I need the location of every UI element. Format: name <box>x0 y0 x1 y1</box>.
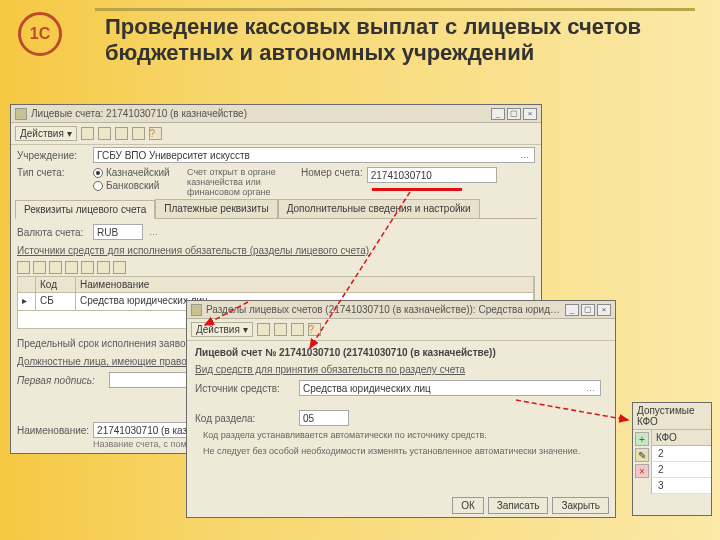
toolbar: Действия ▾ ? <box>187 319 615 341</box>
code-input[interactable]: 05 <box>299 410 349 426</box>
highlight-underline <box>372 188 462 191</box>
tab-payment[interactable]: Платежные реквизиты <box>155 199 277 218</box>
help-icon[interactable]: ? <box>308 323 321 336</box>
kfo-row[interactable]: 3 <box>652 478 711 494</box>
section-sources: Источники средств для исполнения обязате… <box>17 245 535 256</box>
toolbar-icon-2[interactable] <box>274 323 287 336</box>
window-sections: Разделы лицевых счетов (21741030710 (в к… <box>186 300 616 518</box>
window-kfo: Допустимые КФО + ✎ × КФО 2 2 3 <box>632 402 712 516</box>
currency-picker[interactable]: … <box>147 227 160 237</box>
help-icon[interactable]: ? <box>149 127 162 140</box>
titlebar[interactable]: Лицевые счета: 21741030710 (в казначейст… <box>11 105 541 123</box>
note-1: Код раздела устанавливается автоматическ… <box>195 428 607 444</box>
radio-bank[interactable] <box>93 181 103 191</box>
window-title: Лицевые счета: 21741030710 (в казначейст… <box>31 108 247 119</box>
close-button[interactable]: × <box>523 108 537 120</box>
sign-label: Первая подпись: <box>17 375 105 386</box>
edit-row-icon[interactable] <box>33 261 46 274</box>
currency-label: Валюта счета: <box>17 227 89 238</box>
kfo-title: Допустимые КФО <box>633 403 711 430</box>
window-title: Разделы лицевых счетов (21741030710 (в к… <box>206 304 565 315</box>
close-button[interactable]: × <box>597 304 611 316</box>
add-row-icon[interactable] <box>17 261 30 274</box>
toolbar-icon-3[interactable] <box>115 127 128 140</box>
num-input[interactable]: 21741030710 <box>367 167 497 183</box>
add-icon[interactable]: + <box>635 432 649 446</box>
type-hint: Счет открыт в органе казначейства или фи… <box>187 167 297 197</box>
del-row-icon[interactable] <box>49 261 62 274</box>
window-icon <box>191 304 202 316</box>
actions-menu[interactable]: Действия ▾ <box>15 126 77 141</box>
maximize-button[interactable]: ▢ <box>507 108 521 120</box>
src-input[interactable]: Средства юридических лиц… <box>299 380 601 396</box>
toolbar: Действия ▾ ? <box>11 123 541 145</box>
minimize-button[interactable]: _ <box>565 304 579 316</box>
save-button[interactable]: Записать <box>488 497 549 514</box>
down-row-icon[interactable] <box>81 261 94 274</box>
window-icon <box>15 108 27 120</box>
section-type: Вид средств для принятия обязательств по… <box>195 364 607 375</box>
sort-row-icon[interactable] <box>97 261 110 274</box>
actions-menu[interactable]: Действия ▾ <box>191 322 253 337</box>
close-button[interactable]: Закрыть <box>552 497 609 514</box>
currency-input[interactable]: RUB <box>93 224 143 240</box>
delete-icon[interactable]: × <box>635 464 649 478</box>
account-line: Лицевой счет № 21741030710 (21741030710 … <box>195 347 607 358</box>
page-title: Проведение кассовых выплат с лицевых сче… <box>105 14 685 67</box>
src-label: Источник средств: <box>195 383 295 394</box>
edit-icon[interactable]: ✎ <box>635 448 649 462</box>
toolbar-icon-1[interactable] <box>81 127 94 140</box>
ok-button[interactable]: ОК <box>452 497 484 514</box>
tab-extra[interactable]: Дополнительные сведения и настройки <box>278 199 480 218</box>
num-label: Номер счета: <box>301 167 363 178</box>
sources-table-head: Код Наименование <box>17 276 535 293</box>
tab-requisites[interactable]: Реквизиты лицевого счета <box>15 200 155 219</box>
kfo-row[interactable]: 2 <box>652 462 711 478</box>
more-row-icon[interactable] <box>113 261 126 274</box>
up-row-icon[interactable] <box>65 261 78 274</box>
name-label: Наименование: <box>17 425 89 436</box>
tabs: Реквизиты лицевого счета Платежные рекви… <box>11 199 541 218</box>
titlebar[interactable]: Разделы лицевых счетов (21741030710 (в к… <box>187 301 615 319</box>
toolbar-icon-2[interactable] <box>98 127 111 140</box>
toolbar-icon-3[interactable] <box>291 323 304 336</box>
org-label: Учреждение: <box>17 150 89 161</box>
maximize-button[interactable]: ▢ <box>581 304 595 316</box>
header-divider <box>95 8 695 11</box>
note-2: Не следует без особой необходимости изме… <box>195 444 607 460</box>
app-logo: 1С <box>18 12 72 60</box>
radio-treasury[interactable] <box>93 168 103 178</box>
type-label: Тип счета: <box>17 167 89 178</box>
kfo-row[interactable]: 2 <box>652 446 711 462</box>
kfo-col: КФО <box>652 430 711 446</box>
org-input[interactable]: ГСБУ ВПО Университет искусств… <box>93 147 535 163</box>
toolbar-icon-1[interactable] <box>257 323 270 336</box>
toolbar-icon-4[interactable] <box>132 127 145 140</box>
minimize-button[interactable]: _ <box>491 108 505 120</box>
code-label: Код раздела: <box>195 413 295 424</box>
